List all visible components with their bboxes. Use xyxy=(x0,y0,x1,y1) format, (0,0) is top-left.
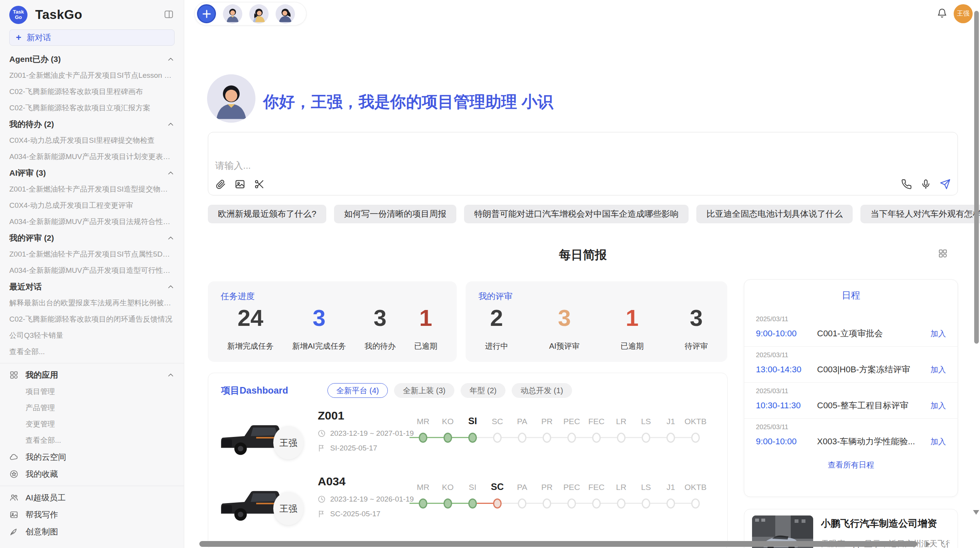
sidebar-app-item[interactable]: 查看全部... xyxy=(9,432,175,449)
sidebar-shortcut[interactable]: 我的云空间 xyxy=(9,449,175,466)
sidebar-item[interactable]: C0X4-动力总成开发项目工程变更评审 xyxy=(9,197,175,214)
chevron-up-icon[interactable] xyxy=(167,120,175,128)
view-all-schedule-link[interactable]: 查看所有日程 xyxy=(744,460,958,470)
schedule-event: 2025/03/1113:00-14:30C003|H0B-方案冻结评审加入 xyxy=(744,347,958,383)
sidebar-item[interactable]: 公司Q3轻卡销量 xyxy=(9,327,175,344)
event-join-link[interactable]: 加入 xyxy=(930,401,946,411)
suggestion-chip[interactable]: 比亚迪全固态电池计划具体说了什么 xyxy=(696,205,853,223)
microphone-icon[interactable] xyxy=(920,179,931,190)
dashboard-tab[interactable]: 动总开发 (1) xyxy=(512,383,572,398)
layout-grid-icon[interactable] xyxy=(938,248,948,259)
sidebar-item[interactable]: A034-全新新能源MUV产品开发项目计划变更表编写 xyxy=(9,149,175,165)
sidebar-groups: Agent已办 (3)Z001-全新燃油皮卡产品开发项目SI节点Lesson L… xyxy=(9,51,175,360)
sidebar-item[interactable]: 查看全部... xyxy=(9,344,175,360)
sidebar: Task Go TaskGo + 新对话 Agent已办 (3)Z001-全新燃… xyxy=(0,0,184,548)
sidebar-item[interactable]: 解释最新出台的欧盟报废车法规再生塑料比例被调至15%... xyxy=(9,295,175,311)
sidebar-item[interactable]: Z001-全新燃油皮卡产品开发项目SI节点Lesson Learn报告 xyxy=(9,67,175,84)
sidebar-app-item[interactable]: 项目管理 xyxy=(9,384,175,400)
dashboard-tab[interactable]: 全新上装 (3) xyxy=(394,383,454,398)
project-date-range: 2023-12-19 ~ 2026-01-19 xyxy=(318,495,414,503)
sidebar-item[interactable]: Z001-全新燃油轻卡产品开发项目SI节点属性5D文件评审 xyxy=(9,246,175,262)
event-join-link[interactable]: 加入 xyxy=(930,365,946,375)
dashboard-tab[interactable]: 年型 (2) xyxy=(461,383,505,398)
sidebar-shortcut[interactable]: 我的收藏 xyxy=(9,466,175,483)
vertical-scrollbar[interactable] xyxy=(974,11,979,344)
sidebar-group-header[interactable]: 我的待办 (2) xyxy=(9,116,175,132)
scissors-icon[interactable] xyxy=(254,179,265,190)
member-avatar-3[interactable] xyxy=(276,4,295,24)
sidebar-apps-header[interactable]: 我的应用 xyxy=(9,366,175,384)
assistant-greeting: 你好，王强，我是你的项目管理助理 小识 xyxy=(263,91,553,113)
milestone-label: PR xyxy=(535,483,559,492)
sidebar-tool[interactable]: AI超级员工 xyxy=(9,489,175,506)
sidebar-collapse-icon[interactable] xyxy=(164,9,174,19)
milestone-dot xyxy=(666,498,675,509)
chevron-up-icon[interactable] xyxy=(167,55,175,63)
notification-bell-icon[interactable] xyxy=(937,8,947,19)
schedule-event: 2025/03/1110:30-11:30C005-整车工程目标评审加入 xyxy=(744,383,958,419)
sidebar-item[interactable]: C02-飞腾新能源轻客改款项目立项汇报方案 xyxy=(9,100,175,116)
suggestion-chip[interactable]: 当下年轻人对汽车外观有怎样的喜好趋势 xyxy=(860,205,980,223)
dashboard-tab[interactable]: 全新平台 (4) xyxy=(327,383,388,398)
member-avatar-1[interactable] xyxy=(223,4,242,24)
project-row[interactable]: 王强Z0012023-12-19 ~ 2027-01-19SI-2025-05-… xyxy=(208,406,727,472)
sidebar-tool[interactable]: 创意制图 xyxy=(9,523,175,540)
cloud-icon xyxy=(9,452,19,462)
image-upload-icon[interactable] xyxy=(235,179,245,190)
dashboard-title: 项目Dashboard xyxy=(221,384,327,397)
milestone-dot xyxy=(691,433,700,443)
chevron-up-icon[interactable] xyxy=(167,169,175,177)
project-row[interactable]: 王强A0342023-12-19 ~ 2026-01-19SC-2025-05-… xyxy=(208,472,727,538)
sidebar-app-item[interactable]: 产品管理 xyxy=(9,400,175,416)
sidebar-group-header[interactable]: 我的评审 (2) xyxy=(9,230,175,246)
stat-card-title: 任务进度 xyxy=(221,291,255,302)
milestone-dot xyxy=(666,433,675,443)
new-chat-label: 新对话 xyxy=(27,32,51,43)
milestone-dot xyxy=(567,433,576,443)
event-join-link[interactable]: 加入 xyxy=(930,437,946,447)
sidebar-group-header[interactable]: AI评审 (3) xyxy=(9,165,175,181)
task-progress-card: 任务进度24新增完成任务3新增AI完成任务3我的待办1已逾期 xyxy=(208,281,457,362)
sidebar-group-header[interactable]: Agent已办 (3) xyxy=(9,51,175,67)
sidebar-app-item[interactable]: 变更管理 xyxy=(9,416,175,432)
sidebar-item[interactable]: C0X4-动力总成开发项目SI里程碑提交物检查 xyxy=(9,132,175,149)
member-avatar-2[interactable] xyxy=(249,4,269,24)
sidebar-group-header[interactable]: 最近对话 xyxy=(9,279,175,295)
chat-input-box[interactable]: 请输入... xyxy=(208,132,958,195)
flag-text: SC-2025-05-17 xyxy=(330,510,380,518)
suggestion-chip[interactable]: 特朗普可能对进口汽车增税会对中国车企造成哪些影响 xyxy=(464,205,689,223)
sidebar-group-title: 我的待办 (2) xyxy=(9,119,54,130)
milestone-dot xyxy=(419,433,427,443)
event-name: C005-整车工程目标评审 xyxy=(817,400,926,411)
sidebar-item[interactable]: C02-飞腾新能源轻客改款项目里程碑画布 xyxy=(9,84,175,100)
milestone-label: SC xyxy=(485,481,510,492)
composer-right-icons xyxy=(901,179,951,190)
send-icon[interactable] xyxy=(940,179,951,190)
chevron-up-icon[interactable] xyxy=(167,371,175,379)
horizontal-scrollbar[interactable] xyxy=(199,541,917,547)
user-avatar[interactable]: 王强 xyxy=(954,4,973,23)
sidebar-tool[interactable]: 帮我写作 xyxy=(9,506,175,523)
suggestion-chip[interactable]: 欧洲新规最近颁布了什么? xyxy=(208,205,326,223)
new-chat-button[interactable]: + 新对话 xyxy=(9,29,175,46)
chevron-up-icon[interactable] xyxy=(167,234,175,242)
attachment-icon[interactable] xyxy=(215,179,226,190)
stat-metric: 3新增AI完成任务 xyxy=(292,305,346,351)
scroll-right-arrow[interactable] xyxy=(926,541,930,547)
logo-text-top: Task xyxy=(13,9,24,15)
suggestion-chip[interactable]: 如何写一份清晰的项目周报 xyxy=(334,205,456,223)
sidebar-item[interactable]: A034-全新新能源MUV产品开发项目法规符合性评审 xyxy=(9,214,175,230)
sidebar-group-title: AI评审 (3) xyxy=(9,168,46,178)
sidebar-item[interactable]: A034-全新新能源MUV产品开发项目造型可行性评审 xyxy=(9,262,175,279)
milestone-label: LR xyxy=(609,417,634,426)
event-join-link[interactable]: 加入 xyxy=(930,329,946,339)
sidebar-item[interactable]: C02-飞腾新能源轻客改款项目的闭环通告反馈情况 xyxy=(9,311,175,327)
add-member-button[interactable] xyxy=(197,4,216,23)
dashboard-tabs: 全新平台 (4)全新上装 (3)年型 (2)动总开发 (1) xyxy=(327,383,572,398)
scroll-down-arrow[interactable] xyxy=(973,510,979,515)
page: Task Go TaskGo + 新对话 Agent已办 (3)Z001-全新燃… xyxy=(0,0,980,548)
phone-icon[interactable] xyxy=(901,179,912,190)
sidebar-item[interactable]: Z001-全新燃油轻卡产品开发项目SI造型提交物评审 xyxy=(9,181,175,197)
stat-value: 1 xyxy=(414,305,437,331)
chevron-up-icon[interactable] xyxy=(167,283,175,291)
